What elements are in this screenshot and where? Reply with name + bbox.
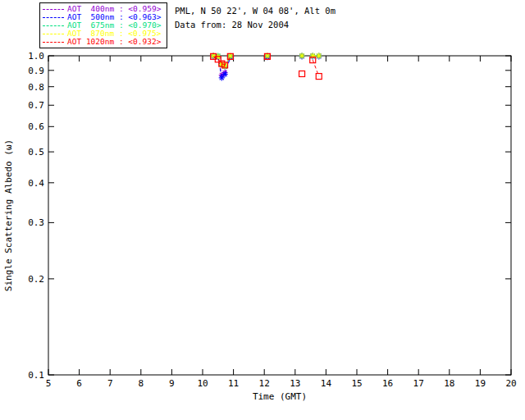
- y-axis-tick-label: 0.6: [28, 121, 44, 132]
- x-axis-tick-label: 17: [413, 378, 424, 389]
- y-axis-label: Single Scattering Albedo (ω): [3, 139, 14, 291]
- x-axis-label: Time (GMT): [253, 391, 307, 402]
- x-axis-tick-label: 10: [197, 378, 208, 389]
- x-axis-tick-label: 8: [138, 378, 144, 389]
- y-axis-tick-label: 0.8: [28, 82, 44, 93]
- y-axis-tick-label: 0.3: [28, 217, 44, 228]
- y-axis-tick-label: 0.9: [28, 66, 44, 76]
- y-axis-tick-label: 1.0: [28, 51, 44, 62]
- legend-dash-400nm-icon: [43, 9, 64, 10]
- x-axis-tick-label: 9: [169, 378, 175, 389]
- x-axis-tick-label: 7: [107, 378, 113, 389]
- x-axis-tick-label: 12: [259, 378, 270, 389]
- plot-window: AOT 400nm : <0.959> AOT 500nm : <0.963> …: [0, 0, 525, 420]
- x-axis-tick-label: 11: [228, 378, 239, 389]
- plot-frame: [48, 56, 511, 375]
- legend-dash-1020nm-icon: [43, 42, 64, 43]
- x-axis-tick-label: 19: [475, 378, 486, 389]
- x-axis-tick-label: 13: [290, 378, 300, 389]
- marker-square: [299, 71, 305, 76]
- x-axis-tick-label: 20: [505, 378, 516, 389]
- x-axis-tick-label: 6: [76, 378, 82, 389]
- x-axis-tick-label: 14: [321, 378, 332, 389]
- legend-label-1020nm: AOT 1020nm : <0.932>: [67, 38, 161, 46]
- legend-item-1020nm: AOT 1020nm : <0.932>: [43, 38, 164, 46]
- x-axis-tick-label: 18: [444, 378, 454, 389]
- y-axis-tick-label: 0.4: [28, 178, 44, 189]
- y-axis-tick-label: 0.7: [28, 100, 44, 111]
- ssa-plot: 5678910111213141516171819201.00.90.80.70…: [0, 0, 525, 420]
- y-axis-tick-label: 0.2: [28, 274, 44, 285]
- date-subtitle: Data from: 28 Nov 2004: [175, 20, 289, 30]
- x-axis-tick-label: 15: [351, 378, 362, 389]
- x-axis-tick-label: 5: [46, 378, 52, 389]
- legend: AOT 400nm : <0.959> AOT 500nm : <0.963> …: [39, 2, 167, 48]
- site-title: PML, N 50 22', W 04 08', Alt 0m: [175, 6, 336, 16]
- y-axis-tick-label: 0.5: [28, 147, 44, 158]
- legend-dash-500nm-icon: [43, 17, 64, 18]
- y-axis-tick-label: 0.1: [28, 370, 44, 381]
- legend-dash-675nm-icon: [43, 25, 64, 26]
- legend-dash-870nm-icon: [43, 34, 64, 34]
- x-axis-tick-label: 16: [382, 378, 393, 389]
